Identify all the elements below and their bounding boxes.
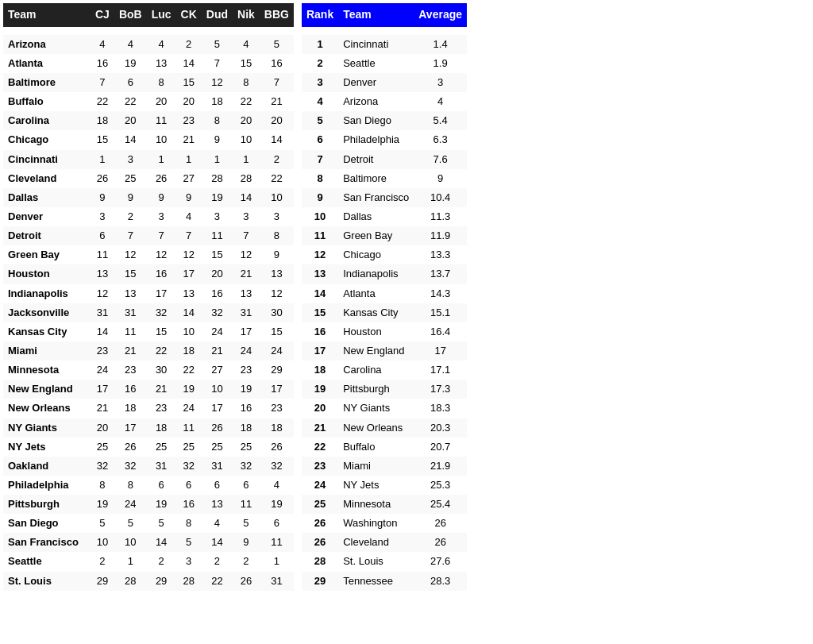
score-cell: 18 bbox=[176, 341, 202, 361]
score-cell: 9 bbox=[233, 533, 260, 552]
team-name-cell: Buffalo bbox=[3, 92, 91, 111]
score-cell: 4 bbox=[176, 207, 202, 226]
left-table-row: Seattle2123221 bbox=[3, 552, 294, 571]
score-cell: 31 bbox=[202, 457, 233, 476]
right-col-header-team: Team bbox=[338, 3, 414, 27]
right-team-name-cell: Washington bbox=[338, 514, 414, 533]
score-cell: 16 bbox=[260, 54, 294, 73]
team-name-cell: Chicago bbox=[3, 130, 91, 149]
left-table-row: Jacksonville31313214323130 bbox=[3, 303, 294, 322]
rank-cell: 17 bbox=[302, 341, 338, 361]
score-cell: 32 bbox=[91, 457, 114, 476]
right-table-row: 13Indianapolis13.7 bbox=[302, 264, 467, 283]
right-team-name-cell: Indianapolis bbox=[338, 264, 414, 283]
right-team-name-cell: Arizona bbox=[338, 92, 414, 111]
right-table-row: 28St. Louis27.6 bbox=[302, 552, 467, 571]
score-cell: 25 bbox=[202, 438, 233, 457]
score-cell: 22 bbox=[114, 92, 147, 111]
score-cell: 28 bbox=[233, 169, 260, 188]
score-cell: 11 bbox=[176, 418, 202, 438]
score-cell: 18 bbox=[114, 399, 147, 418]
left-table-row: Miami23212218212424 bbox=[3, 341, 294, 361]
left-col-header-team: Team bbox=[3, 3, 91, 27]
right-team-name-cell: Pittsburgh bbox=[338, 380, 414, 399]
score-cell: 5 bbox=[114, 514, 147, 533]
score-cell: 4 bbox=[147, 35, 176, 54]
rank-cell: 21 bbox=[302, 418, 338, 438]
score-cell: 24 bbox=[114, 495, 147, 514]
score-cell: 12 bbox=[147, 245, 176, 264]
team-name-cell: Philadelphia bbox=[3, 476, 91, 495]
score-cell: 5 bbox=[176, 533, 202, 552]
left-table-row: Detroit67771178 bbox=[3, 226, 294, 245]
score-cell: 25 bbox=[91, 438, 114, 457]
right-table-row: 2Seattle1.9 bbox=[302, 54, 467, 73]
score-cell: 32 bbox=[202, 303, 233, 322]
right-team-name-cell: Carolina bbox=[338, 361, 414, 380]
score-cell: 10 bbox=[91, 533, 114, 552]
score-cell: 10 bbox=[202, 380, 233, 399]
right-team-name-cell: Philadelphia bbox=[338, 130, 414, 149]
average-cell: 11.3 bbox=[414, 207, 467, 226]
average-cell: 26 bbox=[414, 533, 467, 552]
left-table-row: NY Giants20171811261818 bbox=[3, 418, 294, 438]
team-name-cell: NY Giants bbox=[3, 418, 91, 438]
right-col-header-rank: Rank bbox=[302, 3, 338, 27]
right-team-name-cell: Miami bbox=[338, 457, 414, 476]
right-table-row: 6Philadelphia6.3 bbox=[302, 130, 467, 149]
average-cell: 3 bbox=[414, 73, 467, 92]
rank-cell: 12 bbox=[302, 245, 338, 264]
right-table-row: 5San Diego5.4 bbox=[302, 111, 467, 130]
score-cell: 26 bbox=[91, 169, 114, 188]
left-rankings-table: TeamCJBoBLucCKDudNikBBG Arizona4442545At… bbox=[3, 3, 294, 591]
score-cell: 28 bbox=[176, 572, 202, 591]
score-cell: 24 bbox=[91, 361, 114, 380]
average-cell: 28.3 bbox=[414, 572, 467, 591]
left-table-row: Kansas City14111510241715 bbox=[3, 322, 294, 341]
left-col-header-bob: BoB bbox=[114, 3, 147, 27]
team-name-cell: Green Bay bbox=[3, 245, 91, 264]
score-cell: 25 bbox=[176, 438, 202, 457]
average-cell: 27.6 bbox=[414, 552, 467, 571]
left-table-row: St. Louis29282928222631 bbox=[3, 572, 294, 591]
score-cell: 19 bbox=[91, 495, 114, 514]
score-cell: 22 bbox=[233, 92, 260, 111]
score-cell: 5 bbox=[260, 35, 294, 54]
right-table-row: 23Miami21.9 bbox=[302, 457, 467, 476]
score-cell: 23 bbox=[114, 361, 147, 380]
score-cell: 3 bbox=[176, 552, 202, 571]
score-cell: 15 bbox=[233, 54, 260, 73]
rank-cell: 22 bbox=[302, 438, 338, 457]
score-cell: 26 bbox=[202, 418, 233, 438]
score-cell: 31 bbox=[91, 303, 114, 322]
rank-cell: 29 bbox=[302, 572, 338, 591]
score-cell: 7 bbox=[202, 54, 233, 73]
score-cell: 26 bbox=[233, 572, 260, 591]
score-cell: 1 bbox=[202, 150, 233, 169]
score-cell: 10 bbox=[233, 130, 260, 149]
right-table-row: 7Detroit7.6 bbox=[302, 150, 467, 169]
team-name-cell: San Diego bbox=[3, 514, 91, 533]
score-cell: 5 bbox=[202, 35, 233, 54]
score-cell: 15 bbox=[260, 322, 294, 341]
average-cell: 14.3 bbox=[414, 284, 467, 303]
score-cell: 6 bbox=[233, 476, 260, 495]
score-cell: 6 bbox=[114, 73, 147, 92]
right-col-header-average: Average bbox=[414, 3, 467, 27]
score-cell: 11 bbox=[147, 111, 176, 130]
score-cell: 4 bbox=[202, 514, 233, 533]
score-cell: 10 bbox=[260, 188, 294, 207]
left-table-row: Philadelphia8866664 bbox=[3, 476, 294, 495]
score-cell: 3 bbox=[147, 207, 176, 226]
score-cell: 17 bbox=[233, 322, 260, 341]
score-cell: 15 bbox=[176, 73, 202, 92]
score-cell: 8 bbox=[147, 73, 176, 92]
score-cell: 13 bbox=[114, 284, 147, 303]
right-table-row: 20NY Giants18.3 bbox=[302, 399, 467, 418]
score-cell: 3 bbox=[260, 207, 294, 226]
score-cell: 27 bbox=[202, 361, 233, 380]
score-cell: 7 bbox=[260, 73, 294, 92]
score-cell: 2 bbox=[202, 552, 233, 571]
score-cell: 25 bbox=[233, 438, 260, 457]
score-cell: 26 bbox=[147, 169, 176, 188]
